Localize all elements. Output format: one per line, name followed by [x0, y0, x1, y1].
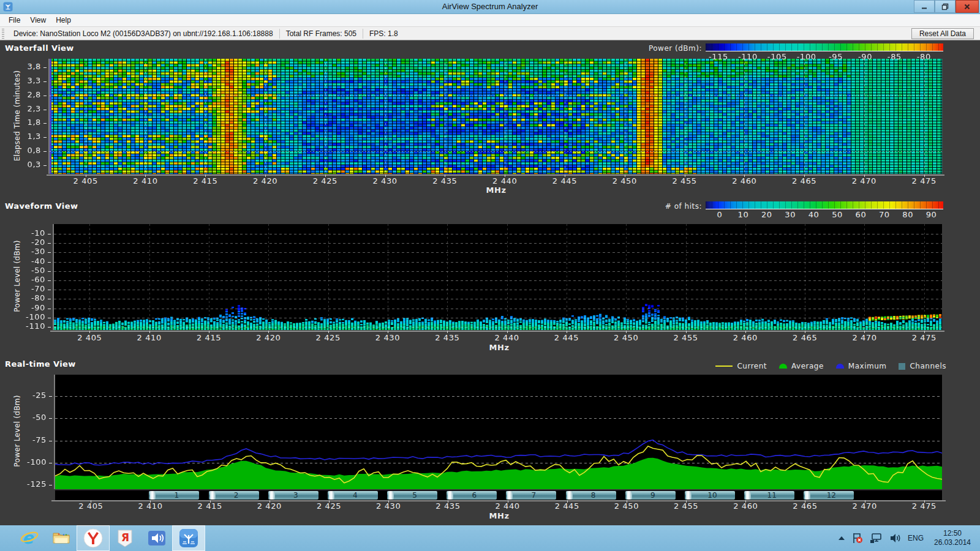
realtime-y-tick-label: -125 — [17, 479, 47, 489]
realtime-y-tick-mark — [49, 463, 52, 463]
taskbar-icon-yandex[interactable]: Я — [109, 526, 141, 550]
channel-segment-6: 6 — [447, 491, 497, 500]
waveform-x-tick-label: 2 425 — [307, 333, 349, 342]
waterfall-y-tick-label: 2,3 — [12, 104, 41, 113]
waveform-y-tick-mark — [48, 243, 51, 244]
waterfall-x-tick-mark — [924, 174, 925, 177]
realtime-x-tick-label: 2 430 — [368, 501, 409, 511]
waveform-x-tick-mark — [268, 331, 269, 333]
waterfall-x-tick-label: 2 435 — [424, 176, 466, 186]
channel-number: 2 — [234, 491, 239, 500]
power-legend-tick-label: -115 — [703, 52, 734, 61]
waterfall-y-tick-label: 0,8 — [12, 146, 41, 155]
menubar: FileViewHelp — [0, 14, 980, 27]
clock-time: 12:50 — [930, 529, 975, 538]
waterfall-x-tick-mark — [205, 174, 206, 177]
waterfall-y-tick-label: 1,3 — [12, 132, 41, 141]
waveform-x-tick-mark — [686, 331, 687, 333]
channel-highlight — [627, 491, 632, 500]
waterfall-x-tick-label: 2 420 — [244, 176, 286, 186]
waterfall-x-tick-mark — [445, 174, 445, 177]
file-explorer-icon — [51, 528, 71, 548]
waveform-y-tick-label: -20 — [16, 238, 45, 247]
waveform-x-tick-mark — [328, 331, 329, 333]
waterfall-x-tick-label: 2 450 — [604, 176, 646, 186]
titlebar[interactable]: AirView Spectrum Analyzer — [0, 0, 980, 14]
realtime-x-tick-mark — [745, 500, 746, 503]
waveform-x-tick-mark — [149, 331, 150, 333]
legend-swatch-current — [715, 365, 733, 367]
power-legend-label: Power (dBm): — [612, 44, 702, 53]
hits-legend-tick-label: 60 — [848, 210, 873, 219]
channel-number: 3 — [293, 491, 298, 500]
channel-bar: 123456789101112 — [55, 490, 942, 500]
waveform-x-tick-mark — [626, 331, 627, 333]
power-legend-tick-label: -110 — [733, 52, 763, 61]
menu-item-view[interactable]: View — [25, 15, 51, 26]
close-button[interactable] — [956, 0, 979, 13]
realtime-x-tick-mark — [329, 500, 330, 503]
volume-icon[interactable] — [889, 533, 902, 544]
waterfall-x-tick-label: 2 455 — [664, 176, 706, 186]
waveform-x-tick-label: 2 465 — [784, 333, 826, 342]
waveform-x-tick-mark — [209, 331, 209, 333]
waveform-y-tick-label: -60 — [16, 275, 45, 284]
language-indicator[interactable]: ENG — [908, 534, 924, 542]
minimize-button[interactable] — [914, 0, 935, 13]
channel-segment-3: 3 — [268, 491, 318, 500]
taskbar-icon-airview[interactable] — [173, 526, 205, 550]
channel-highlight — [805, 491, 810, 500]
waveform-x-tick-mark — [924, 331, 925, 333]
channel-highlight — [329, 491, 334, 500]
waveform-x-tick-mark — [388, 331, 388, 333]
grip-handle[interactable] — [2, 29, 4, 39]
network-icon[interactable] — [870, 532, 883, 544]
taskbar-icon-yandex-browser[interactable] — [77, 526, 109, 550]
channel-number: 8 — [591, 491, 596, 500]
channel-segment-8: 8 — [566, 491, 616, 500]
yandex-browser-icon — [83, 528, 104, 549]
realtime-x-tick-label: 2 460 — [725, 501, 766, 511]
taskbar-icon-internet-explorer[interactable]: e — [13, 526, 45, 550]
clock[interactable]: 12:50 26.03.2014 — [930, 529, 975, 547]
reset-all-data-button[interactable]: Reset All Data — [911, 28, 974, 39]
realtime-y-tick-label: -50 — [17, 413, 47, 422]
power-legend-tick-label: -95 — [821, 52, 851, 61]
taskbar-icon-file-explorer[interactable] — [45, 526, 77, 550]
waveform-y-tick-mark — [48, 252, 51, 253]
channel-number: 11 — [767, 491, 777, 500]
action-center-icon[interactable] — [851, 532, 864, 544]
channel-highlight — [150, 491, 156, 500]
tray-expand-icon[interactable] — [838, 535, 845, 541]
waveform-y-tick-mark — [48, 318, 51, 318]
restore-button[interactable] — [935, 0, 956, 13]
realtime-x-tick-mark — [627, 500, 627, 503]
waterfall-x-tick-label: 2 430 — [364, 176, 406, 186]
clock-date: 26.03.2014 — [930, 538, 975, 547]
waveform-x-tick-mark — [447, 331, 448, 333]
waveform-y-tick-label: -80 — [16, 293, 45, 302]
menu-item-file[interactable]: File — [4, 15, 25, 26]
taskbar-icon-volume-mixer[interactable] — [141, 526, 173, 550]
realtime-x-tick-label: 2 405 — [70, 501, 111, 511]
channel-number: 10 — [707, 491, 717, 500]
waveform-y-tick-label: -100 — [16, 312, 45, 321]
channel-number: 6 — [472, 491, 477, 500]
realtime-x-tick-mark — [686, 500, 687, 503]
realtime-y-tick-mark — [49, 396, 52, 397]
menu-item-help[interactable]: Help — [51, 15, 76, 26]
waveform-x-tick-label: 2 450 — [605, 333, 647, 342]
realtime-y-tick-mark — [49, 485, 52, 485]
waterfall-y-tick-label: 3,8 — [12, 62, 41, 71]
waveform-plot — [53, 224, 942, 330]
legend-label: Current — [737, 362, 767, 370]
channel-highlight — [270, 491, 275, 500]
waterfall-x-tick-mark — [804, 174, 805, 177]
power-legend-tick-label: -80 — [908, 52, 939, 61]
waveform-x-tick-label: 2 470 — [843, 333, 885, 342]
realtime-legend: CurrentAverageMaximumChannels — [674, 361, 946, 371]
hits-legend-tick-label: 70 — [872, 210, 897, 219]
waveform-y-tick-label: -30 — [16, 247, 45, 256]
realtime-x-tick-label: 2 410 — [129, 501, 171, 511]
realtime-x-tick-mark — [270, 500, 270, 503]
